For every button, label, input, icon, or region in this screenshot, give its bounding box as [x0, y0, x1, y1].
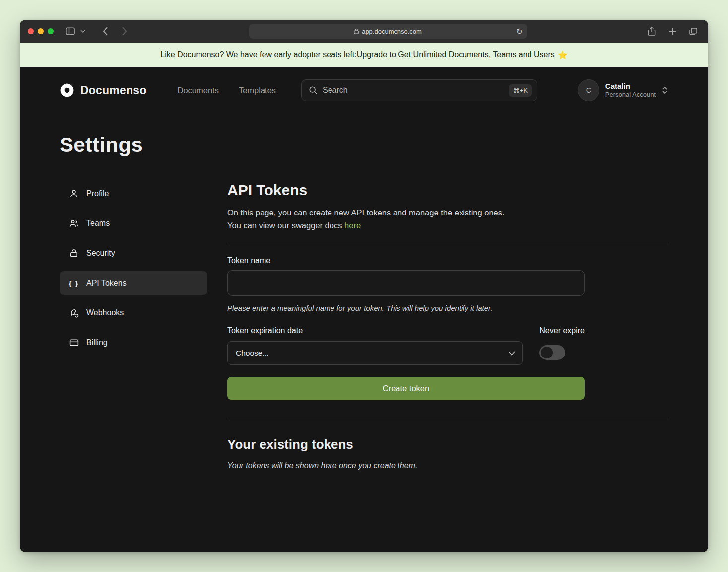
search-shortcut-badge: ⌘+K — [509, 84, 532, 97]
promo-banner: Like Documenso? We have few early adopte… — [20, 43, 708, 67]
sidebar-item-api-tokens[interactable]: { } API Tokens — [60, 271, 207, 295]
sidebar-item-teams[interactable]: Teams — [60, 212, 207, 235]
browser-titlebar: app.documenso.com ↻ — [20, 20, 708, 43]
credit-card-icon — [68, 338, 79, 348]
close-button[interactable] — [28, 28, 34, 34]
sidebar-item-billing[interactable]: Billing — [60, 331, 207, 355]
lock-icon — [68, 248, 79, 258]
zoom-button[interactable] — [48, 28, 54, 34]
browser-window: app.documenso.com ↻ Like Documenso? We h… — [20, 20, 708, 552]
nav-templates[interactable]: Templates — [239, 86, 276, 95]
create-token-button[interactable]: Create token — [227, 377, 585, 400]
existing-tokens-heading: Your existing tokens — [227, 437, 668, 452]
search-input[interactable] — [323, 86, 504, 95]
users-icon — [68, 218, 79, 228]
traffic-lights — [28, 28, 54, 34]
create-token-form: Token name Please enter a meaningful nam… — [227, 256, 585, 400]
brand-home-link[interactable]: Documenso — [60, 83, 146, 98]
token-name-input[interactable] — [227, 270, 585, 296]
app-root: Documenso Documents Templates ⌘+K C — [20, 67, 708, 552]
user-icon — [68, 189, 79, 199]
never-expire-label: Never expire — [539, 326, 585, 335]
tab-overview-chevron-icon[interactable] — [79, 24, 86, 38]
sidebar-toggle-icon[interactable] — [64, 24, 77, 38]
chevron-down-icon — [508, 351, 515, 356]
global-search[interactable]: ⌘+K — [301, 79, 537, 101]
expiration-select-value: Choose... — [236, 349, 268, 358]
sidebar-item-profile[interactable]: Profile — [60, 182, 207, 206]
tls-lock-icon — [354, 28, 359, 34]
top-nav: Documents Templates — [177, 86, 276, 95]
swagger-docs-link[interactable]: here — [344, 221, 361, 230]
divider — [227, 243, 668, 243]
toggle-knob — [541, 347, 553, 358]
promo-text: Like Documenso? We have few early adopte… — [160, 50, 356, 59]
minimize-button[interactable] — [38, 28, 44, 34]
sidebar-item-label: Teams — [86, 219, 110, 228]
forward-button-icon[interactable] — [117, 24, 131, 38]
section-description: On this page, you can create new API tok… — [227, 207, 668, 232]
sidebar-item-label: Security — [86, 249, 115, 258]
user-account-type: Personal Account — [605, 91, 656, 99]
star-emoji: ⭐ — [558, 50, 568, 60]
refresh-icon[interactable]: ↻ — [516, 28, 523, 35]
user-name: Catalin — [605, 82, 656, 91]
sidebar-item-webhooks[interactable]: Webhooks — [60, 301, 207, 325]
new-tab-icon[interactable] — [665, 24, 679, 38]
sidebar-item-label: Profile — [86, 189, 109, 198]
avatar-initial: C — [586, 86, 591, 94]
page-title: Settings — [60, 133, 668, 157]
settings-nav: Profile Teams Security { } API Token — [60, 182, 207, 470]
token-name-help: Please enter a meaningful name for your … — [227, 304, 585, 312]
existing-tokens-empty-text: Your tokens will be shown here once you … — [227, 461, 668, 470]
address-bar[interactable]: app.documenso.com ↻ — [249, 24, 527, 39]
user-menu[interactable]: C Catalin Personal Account — [578, 79, 668, 101]
sidebar-item-security[interactable]: Security — [60, 241, 207, 265]
expiration-label: Token expiration date — [227, 326, 523, 335]
search-icon — [309, 86, 318, 95]
token-name-label: Token name — [227, 256, 585, 265]
existing-tokens-section: Your existing tokens Your tokens will be… — [227, 437, 668, 470]
tabs-overview-icon[interactable] — [686, 24, 700, 38]
webhook-icon — [68, 308, 79, 318]
sidebar-item-label: Webhooks — [86, 308, 124, 317]
sidebar-item-label: Billing — [86, 338, 108, 347]
back-button-icon[interactable] — [98, 24, 112, 38]
app-header: Documenso Documents Templates ⌘+K C — [60, 78, 668, 102]
section-heading: API Tokens — [227, 182, 668, 199]
avatar: C — [578, 79, 599, 101]
documenso-logo-icon — [60, 83, 74, 98]
url-text: app.documenso.com — [362, 28, 422, 35]
share-icon[interactable] — [645, 24, 659, 38]
brand-name: Documenso — [80, 84, 146, 97]
nav-documents[interactable]: Documents — [177, 86, 218, 95]
chevron-up-down-icon — [662, 86, 668, 95]
upgrade-link[interactable]: Upgrade to Get Unlimited Documents, Team… — [357, 50, 555, 59]
divider — [227, 418, 668, 418]
braces-icon: { } — [68, 279, 79, 287]
sidebar-item-label: API Tokens — [86, 279, 127, 287]
expiration-select[interactable]: Choose... — [227, 341, 523, 365]
never-expire-toggle[interactable] — [539, 345, 565, 360]
